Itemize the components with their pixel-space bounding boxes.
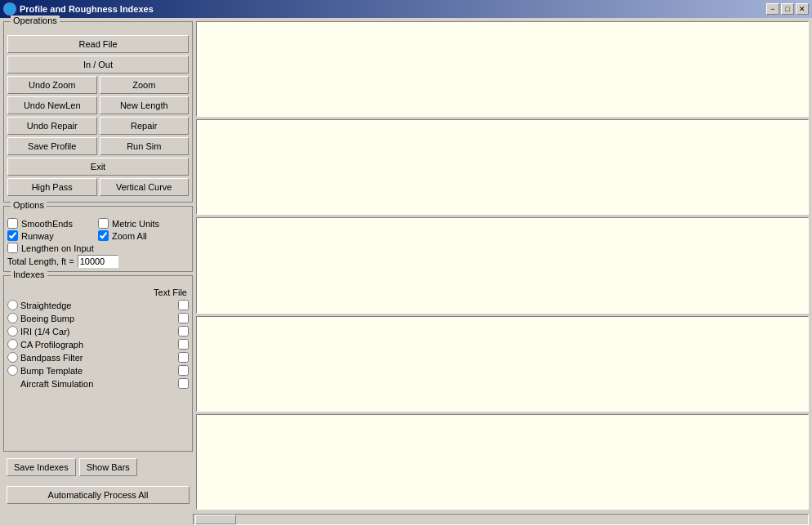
chart-1 (196, 21, 809, 117)
boeing-bump-label: Boeing Bump (20, 314, 178, 323)
repair-button[interactable]: Repair (100, 117, 190, 135)
high-pass-button[interactable]: High Pass (7, 178, 97, 196)
scrollbar-thumb[interactable] (195, 515, 236, 524)
close-button[interactable]: ✕ (796, 3, 809, 15)
run-sim-button[interactable]: Run Sim (100, 137, 190, 155)
title-bar-buttons: − □ ✕ (766, 3, 809, 15)
ca-profilograph-radio[interactable] (7, 339, 18, 350)
indexes-title: Indexes (11, 270, 47, 279)
aircraft-sim-textfile-checkbox[interactable] (178, 378, 189, 389)
iri-label: IRI (1/4 Car) (20, 327, 178, 337)
bump-template-radio[interactable] (7, 365, 18, 376)
zoom-all-label: Zoom All (112, 231, 147, 241)
list-item: Bump Template (7, 365, 189, 376)
boeing-bump-textfile-checkbox[interactable] (178, 313, 189, 323)
title-bar: 🌐 Profile and Roughness Indexes − □ ✕ (0, 0, 812, 18)
runway-row[interactable]: Runway (7, 230, 98, 241)
list-item: Aircraft Simulation (7, 378, 189, 389)
straightedge-label: Straightedge (20, 301, 178, 310)
right-panel (196, 21, 809, 510)
highpass-row: High Pass Vertical Curve (7, 178, 189, 196)
bandpass-textfile-checkbox[interactable] (178, 352, 189, 363)
lengthen-label: Lengthen on Input (21, 243, 94, 253)
metric-units-row[interactable]: Metric Units (98, 218, 189, 229)
total-length-row: Total Length, ft = (7, 255, 189, 268)
zoom-all-row[interactable]: Zoom All (98, 230, 189, 241)
text-file-header: Text File (154, 288, 187, 297)
lengthen-checkbox[interactable] (7, 243, 18, 253)
list-item: Boeing Bump (7, 313, 189, 323)
list-item: Bandpass Filter (7, 352, 189, 363)
content-area: Operations Read File In / Out Undo Zoom … (0, 18, 812, 513)
undo-repair-button[interactable]: Undo Repair (7, 117, 97, 135)
zoom-all-checkbox[interactable] (98, 230, 109, 241)
zoom-all-col: Zoom All (98, 230, 189, 243)
ca-profilograph-textfile-checkbox[interactable] (178, 339, 189, 350)
straightedge-textfile-checkbox[interactable] (178, 300, 189, 310)
undo-newlen-button[interactable]: Undo NewLen (7, 96, 97, 114)
smooth-ends-row[interactable]: SmoothEnds (7, 218, 98, 229)
bump-template-textfile-checkbox[interactable] (178, 365, 189, 376)
iri-textfile-checkbox[interactable] (178, 326, 189, 337)
smooth-ends-label: SmoothEnds (21, 219, 73, 229)
new-length-button[interactable]: New Length (100, 96, 190, 114)
aircraft-sim-label: Aircraft Simulation (20, 379, 178, 389)
app-icon: 🌐 (3, 2, 16, 16)
runway-checkbox[interactable] (7, 230, 18, 241)
operations-title: Operations (11, 16, 60, 25)
operations-group: Operations Read File In / Out Undo Zoom … (3, 21, 193, 203)
undo-zoom-button[interactable]: Undo Zoom (7, 76, 97, 94)
straightedge-radio[interactable] (7, 300, 18, 310)
list-item: CA Profilograph (7, 339, 189, 350)
horizontal-scrollbar-area (0, 513, 812, 526)
repair-row: Undo Repair Repair (7, 117, 189, 135)
options-group: Options SmoothEnds Metric Units (3, 206, 193, 272)
exit-button[interactable]: Exit (7, 158, 189, 176)
zoom-row: Undo Zoom Zoom (7, 76, 189, 94)
lengthen-row[interactable]: Lengthen on Input (7, 243, 189, 253)
in-out-button[interactable]: In / Out (7, 56, 189, 74)
bump-template-label: Bump Template (20, 366, 178, 376)
runway-label: Runway (21, 231, 54, 241)
maximize-button[interactable]: □ (781, 3, 794, 15)
bottom-buttons: Save Indexes Show Bars (3, 455, 193, 479)
newlen-row: Undo NewLen New Length (7, 96, 189, 114)
indexes-group: Indexes Text File Straightedge Boeing Bu… (3, 275, 193, 452)
auto-process-row: Automatically Process All (3, 483, 193, 510)
total-length-label: Total Length, ft = (7, 256, 74, 266)
profile-row: Save Profile Run Sim (7, 137, 189, 155)
vertical-curve-button[interactable]: Vertical Curve (100, 178, 190, 196)
save-profile-button[interactable]: Save Profile (7, 137, 97, 155)
chart-5 (196, 414, 809, 510)
total-length-input[interactable] (78, 255, 118, 268)
options-checkboxes-row1: SmoothEnds Metric Units (7, 218, 189, 230)
chart-4 (196, 316, 809, 412)
left-panel: Operations Read File In / Out Undo Zoom … (3, 21, 193, 510)
runway-col: Runway (7, 230, 98, 243)
chart-3 (196, 217, 809, 313)
list-item: Straightedge (7, 300, 189, 310)
smooth-ends-checkbox[interactable] (7, 218, 18, 229)
show-bars-button[interactable]: Show Bars (79, 458, 137, 476)
list-item: IRI (1/4 Car) (7, 326, 189, 337)
indexes-header: Text File (7, 288, 189, 297)
main-window: Operations Read File In / Out Undo Zoom … (0, 18, 812, 526)
metric-units-checkbox[interactable] (98, 218, 109, 229)
read-file-button[interactable]: Read File (7, 35, 189, 53)
options-checkboxes-row2: Runway Zoom All (7, 230, 189, 243)
bandpass-label: Bandpass Filter (20, 353, 178, 363)
iri-radio[interactable] (7, 326, 18, 337)
ca-profilograph-label: CA Profilograph (20, 340, 178, 350)
horizontal-scrollbar[interactable] (193, 514, 809, 525)
minimize-button[interactable]: − (766, 3, 779, 15)
metric-units-label: Metric Units (112, 219, 159, 229)
options-title: Options (11, 200, 47, 210)
save-indexes-button[interactable]: Save Indexes (7, 458, 76, 476)
zoom-button[interactable]: Zoom (100, 76, 190, 94)
chart-2 (196, 119, 809, 215)
auto-process-button[interactable]: Automatically Process All (7, 486, 190, 504)
window-title: Profile and Roughness Indexes (20, 4, 763, 14)
smooth-ends-col: SmoothEnds (7, 218, 98, 230)
boeing-bump-radio[interactable] (7, 313, 18, 323)
bandpass-radio[interactable] (7, 352, 18, 363)
